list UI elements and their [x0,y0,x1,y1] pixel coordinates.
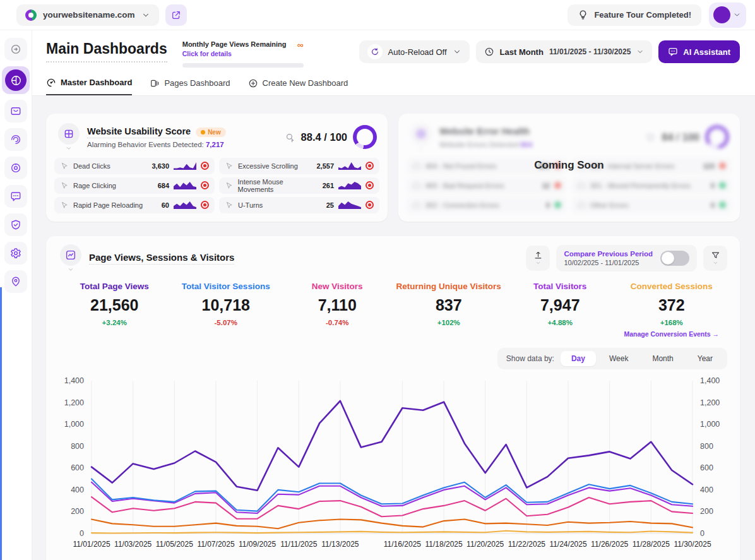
website-selector[interactable]: yourwebsitename.com [16,4,159,26]
card-icon-button[interactable] [57,123,81,152]
sidebar-expand-button[interactable] [4,38,27,61]
record-button[interactable] [366,181,374,189]
stat-label: Total Visitors [504,282,616,291]
card-title: Website Error Health [439,126,530,138]
line-chart[interactable]: 002002004004006006008008001,0001,0001,20… [59,373,727,560]
error-label: 400 - Bad Request Errors [425,182,504,189]
account-menu[interactable] [709,3,746,28]
chevron-down-icon [68,266,74,273]
show-data-by-group: Show data by: Day Week Month Year [497,348,727,369]
granularity-year[interactable]: Year [687,351,723,366]
sidebar-item-inbox[interactable] [4,100,27,122]
subtitle-value: 864 [520,141,532,148]
error-label: 302 - Connection Errors [425,201,499,209]
subtitle-value: 7,217 [206,141,224,148]
compare-toggle[interactable] [660,251,689,266]
record-button[interactable] [201,201,209,209]
svg-text:1,200: 1,200 [64,398,84,407]
stat-returning-unique-visitors: Returning Unique Visitors 837 +102% [393,282,505,338]
svg-text:200: 200 [700,507,713,516]
card-icon-button[interactable] [59,244,83,273]
sidebar-item-settings[interactable] [4,242,27,265]
svg-text:800: 800 [71,441,84,450]
sidebar-item-heatmaps[interactable] [4,128,27,151]
tab-create-new-dashboard[interactable]: Create New Dashboard [248,78,348,95]
stat-label: Total Page Views [59,282,170,291]
error-value: 0 [711,201,715,209]
granularity-week[interactable]: Week [598,351,639,366]
error-row: Other Errors0 [571,197,732,213]
stat-label: Converted Sessions [616,282,728,291]
sidebar-item-location[interactable] [4,270,27,293]
plus-circle-icon [248,78,258,88]
error-value: 12 [542,182,550,189]
export-button[interactable] [526,246,550,271]
granularity-month[interactable]: Month [641,351,684,366]
chevron-down-icon [636,48,644,56]
cloud-icon [577,181,586,190]
stat-delta: +3.24% [59,319,170,326]
filter-button[interactable] [703,246,727,271]
cursor-icon [225,181,233,190]
analytics-title: Page Views, Sessions & Visitors [89,252,234,265]
stat-delta: +102% [393,319,505,326]
compare-label: Compare Previous Period [564,250,653,258]
pages-icon [150,78,160,88]
pin-icon [10,276,21,287]
feature-tour-label: Feature Tour Completed! [594,10,691,20]
record-button[interactable] [366,162,374,170]
score-ring [705,125,729,149]
stat-value: 372 [616,296,728,314]
new-badge: New [196,128,226,137]
open-website-button[interactable] [165,4,187,26]
funnel-icon [711,251,720,260]
granularity-day[interactable]: Day [561,351,596,366]
metric-row: Excessive Scrolling2,557 [219,158,379,174]
svg-text:1,000: 1,000 [700,420,720,429]
sidebar-item-recordings[interactable] [4,157,27,179]
grid-icon [410,123,432,145]
svg-text:11/03/2025: 11/03/2025 [114,540,152,549]
metric-label: Dead Clicks [73,162,110,170]
tab-label: Master Dashboard [61,78,132,87]
card-subtitle: Alarming Behavior Events Detected: 7,217 [87,141,226,148]
ai-assistant-button[interactable]: AI Assistant [658,40,740,63]
record-button[interactable] [201,162,209,170]
svg-text:11/01/2025: 11/01/2025 [73,540,110,549]
sidebar-item-dashboards[interactable] [2,66,30,94]
record-button[interactable] [201,181,209,189]
svg-text:800: 800 [700,441,713,450]
metric-value: 261 [323,182,334,189]
metric-label: Rapid Page Reloading [73,201,143,209]
metric-label: Excessive Scrolling [238,162,298,170]
manage-conversion-events-link[interactable]: Manage Conversion Events → [616,330,728,338]
stat-new-visitors: New Visitors 7,110 -0.74% [282,282,393,338]
sidebar-item-feedback[interactable] [4,185,27,208]
auto-reload-selector[interactable]: Auto-Reload Off [359,40,470,63]
record-button[interactable] [366,201,374,209]
error-row: 301 - Moved Permanently Errors0 [571,177,732,194]
svg-text:400: 400 [700,486,713,494]
website-favicon [25,9,37,21]
feature-tour-button[interactable]: Feature Tour Completed! [568,4,701,26]
stat-delta: +4.88% [504,319,616,326]
stat-value: 21,560 [59,296,170,314]
stat-value: 837 [393,296,505,314]
tab-pages-dashboard[interactable]: Pages Dashboard [150,78,230,95]
quota-details-link[interactable]: Click for details [182,50,287,57]
error-health-score: 84 / 100 [662,131,699,143]
tab-master-dashboard[interactable]: Master Dashboard [46,78,132,95]
svg-text:11/30/2025: 11/30/2025 [674,540,711,549]
quota-widget: Monthly Page Views Remaining Click for d… [182,40,304,68]
stat-total-visitors: Total Visitors 7,947 +4.88% [504,282,616,338]
coming-soon-overlay: Coming Soon [398,159,740,172]
heart-icon [645,132,656,143]
avatar [713,6,730,23]
date-range-selector[interactable]: Last Month 11/01/2025 - 11/30/2025 [476,40,653,63]
metric-row: Intense Mouse Movements261 [219,177,379,194]
cursor-icon [60,181,69,190]
lightbulb-icon [578,9,588,20]
sidebar-item-security[interactable] [4,213,27,236]
metric-label: Rage Clicking [73,182,116,189]
cursor-icon [225,201,234,210]
